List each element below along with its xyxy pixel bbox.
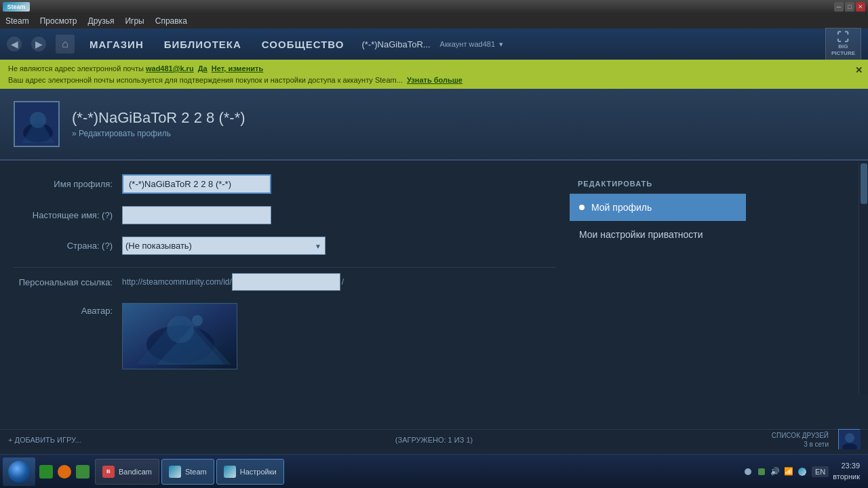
- avatar-image-box[interactable]: [122, 303, 237, 369]
- right-sidebar: РЕДАКТИРОВАТЬ Мой профиль Мои настройки …: [570, 174, 746, 369]
- forward-button[interactable]: ▶: [31, 37, 46, 52]
- account-arrow-icon: ▾: [499, 40, 503, 49]
- big-picture-button[interactable]: ⛶ BIG PICTURE: [825, 28, 861, 60]
- scrollbar-right[interactable]: [859, 162, 868, 395]
- nav-community[interactable]: СООБЩЕСТВО: [256, 36, 350, 53]
- friends-online-count: 3 в сети: [772, 440, 829, 449]
- country-select-wrapper: (Не показывать) Россия Украина ▼: [122, 237, 326, 255]
- bandicam-icon: B: [102, 466, 115, 478]
- quicklaunch-2[interactable]: [56, 459, 73, 485]
- taskbar-steam[interactable]: Steam: [161, 459, 214, 485]
- nav-username: (*-*)NaGibaToR...: [361, 39, 430, 49]
- notification-close[interactable]: ✕: [855, 64, 863, 77]
- notification-more-link[interactable]: Узнать больше: [407, 76, 462, 84]
- start-orb-icon: [8, 461, 30, 483]
- country-row: Страна: (?) (Не показывать) Россия Украи…: [14, 237, 556, 255]
- country-select[interactable]: (Не показывать) Россия Украина: [122, 237, 326, 255]
- tray-icon-1[interactable]: [743, 466, 753, 477]
- bottom-bar: + ДОБАВИТЬ ИГРУ... (ЗАГРУЖЕНО: 1 ИЗ 1) С…: [0, 429, 868, 449]
- quicklaunch-3[interactable]: [75, 459, 91, 485]
- profile-name-label: Имя профиля:: [14, 179, 122, 189]
- menu-steam[interactable]: Steam: [5, 16, 29, 26]
- main-content: (*-*)NaGiBaToR 2 2 8 (*-*) » Редактирова…: [0, 89, 868, 449]
- account-label: Аккаунт wad481: [440, 40, 495, 48]
- persona-url-row: Персональная ссылка: http://steamcommuni…: [14, 273, 556, 291]
- persona-url-input-area: http://steamcommunity.com/id/ /: [122, 273, 344, 291]
- big-picture-label2: PICTURE: [831, 50, 855, 56]
- navbar: ◀ ▶ ⌂ МАГАЗИН БИБЛИОТЕКА СООБЩЕСТВО (*-*…: [0, 28, 868, 60]
- quicklaunch-icon-2: [58, 465, 71, 479]
- steam-settings-taskbar-icon: [224, 466, 236, 478]
- profile-header: (*-*)NaGiBaToR 2 2 8 (*-*) » Редактирова…: [0, 89, 868, 161]
- notification-email[interactable]: wad481@k.ru: [146, 64, 194, 73]
- notification-yes[interactable]: Да: [198, 64, 208, 73]
- profile-name-area: (*-*)NaGiBaToR 2 2 8 (*-*) » Редактирова…: [72, 109, 245, 139]
- avatar-label: Аватар:: [14, 303, 122, 316]
- notification-no[interactable]: Нет, изменить: [212, 64, 263, 73]
- clock-date: вторник: [833, 472, 860, 482]
- country-label: Страна: (?): [14, 241, 122, 251]
- quicklaunch-icon-1: [39, 465, 53, 479]
- avatar-row: Аватар:: [14, 303, 556, 369]
- svg-point-10: [192, 315, 203, 326]
- menu-view[interactable]: Просмотр: [40, 16, 77, 26]
- big-picture-label1: BIG: [838, 43, 848, 49]
- menu-friends[interactable]: Друзья: [88, 16, 115, 26]
- titlebar-controls: ─ □ ✕: [834, 2, 865, 12]
- menu-help[interactable]: Справка: [155, 16, 187, 26]
- steam-logo: Steam: [3, 2, 30, 12]
- taskbar-right: 🔊 📶 EN 23:39 вторник: [743, 461, 865, 482]
- menubar: Steam Просмотр Друзья Игры Справка: [0, 14, 868, 28]
- home-button[interactable]: ⌂: [56, 35, 75, 54]
- notification-bar: Не являются адрес электронной почты wad4…: [0, 60, 868, 89]
- quicklaunch-icon-3: [76, 465, 90, 479]
- profile-form: Имя профиля: Настоящее имя: (?) Страна: …: [14, 174, 556, 369]
- persona-url-label: Персональная ссылка:: [14, 277, 122, 287]
- quicklaunch-1[interactable]: [38, 459, 54, 485]
- close-button[interactable]: ✕: [856, 2, 865, 12]
- form-area: Имя профиля: Настоящее имя: (?) Страна: …: [0, 161, 868, 369]
- profile-avatar-image: [15, 102, 58, 146]
- persona-url-input[interactable]: [232, 273, 340, 291]
- url-prefix-text: http://steamcommunity.com/id/: [122, 277, 232, 287]
- load-status-text: (ЗАГРУЖЕНО: 1 ИЗ 1): [395, 436, 473, 444]
- profile-avatar-large: [14, 101, 60, 147]
- real-name-label: Настоящее имя: (?): [14, 210, 122, 220]
- taskbar: B Bandicam Steam Настройки 🔊 📶: [0, 454, 868, 488]
- tray-steam-icon[interactable]: [797, 466, 808, 477]
- language-indicator[interactable]: EN: [812, 466, 829, 477]
- profile-display-name: (*-*)NaGiBaToR 2 2 8 (*-*): [72, 109, 245, 127]
- tray-network-icon[interactable]: 📶: [783, 466, 794, 477]
- nav-library[interactable]: БИБЛИОТЕКА: [159, 36, 247, 53]
- menu-games[interactable]: Игры: [125, 16, 144, 26]
- tray-volume-icon[interactable]: 🔊: [770, 466, 781, 477]
- sidebar-item-privacy[interactable]: Мои настройки приватности: [570, 221, 746, 248]
- account-area[interactable]: Аккаунт wad481 ▾: [440, 40, 503, 49]
- profile-name-input[interactable]: [122, 174, 271, 194]
- form-divider: [14, 267, 556, 268]
- maximize-button[interactable]: □: [845, 2, 854, 12]
- steam-logo-text: Steam: [7, 3, 25, 10]
- scrollbar-thumb[interactable]: [861, 163, 867, 204]
- minimize-button[interactable]: ─: [834, 2, 844, 12]
- friend-avatar-thumbnail[interactable]: [838, 429, 860, 450]
- system-tray-icons: 🔊 📶: [743, 466, 808, 477]
- taskbar-steam-label: Steam: [185, 468, 207, 476]
- start-button[interactable]: [3, 458, 35, 486]
- sidebar-item-my-profile[interactable]: Мой профиль: [570, 194, 746, 221]
- clock-time: 23:39: [833, 461, 860, 471]
- tray-icon-2[interactable]: [756, 466, 767, 477]
- taskbar-bandicam[interactable]: B Bandicam: [95, 459, 159, 485]
- taskbar-steam-settings[interactable]: Настройки: [216, 459, 284, 485]
- real-name-row: Настоящее имя: (?): [14, 206, 556, 224]
- real-name-input[interactable]: [122, 206, 271, 224]
- edit-profile-link[interactable]: » Редактировать профиль: [72, 129, 171, 138]
- sidebar-privacy-label: Мои настройки приватности: [579, 229, 703, 240]
- sidebar-bullet-icon: [579, 205, 585, 210]
- add-game-button[interactable]: + ДОБАВИТЬ ИГРУ...: [8, 436, 81, 444]
- notification-text2: Ваш адрес электронной почты используется…: [8, 76, 403, 84]
- taskbar-steam-settings-label: Настройки: [240, 468, 277, 476]
- back-button[interactable]: ◀: [7, 37, 22, 52]
- nav-store[interactable]: МАГАЗИН: [84, 36, 149, 53]
- friends-list-label: СПИСОК ДРУЗЕЙ: [772, 431, 829, 440]
